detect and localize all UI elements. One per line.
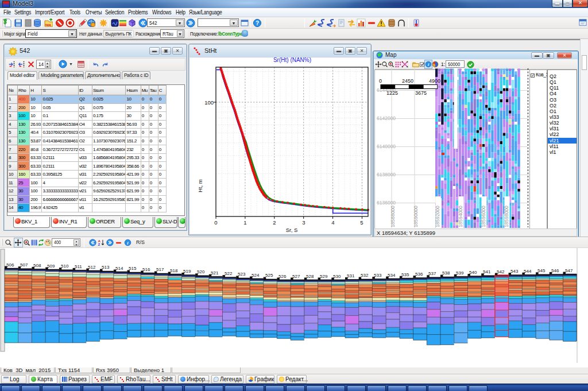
- svg-text:?: ?: [256, 20, 259, 26]
- svg-text:A: A: [98, 239, 100, 243]
- svg-text:Z: Z: [98, 243, 100, 246]
- svg-text:tqq: tqq: [45, 23, 51, 26]
